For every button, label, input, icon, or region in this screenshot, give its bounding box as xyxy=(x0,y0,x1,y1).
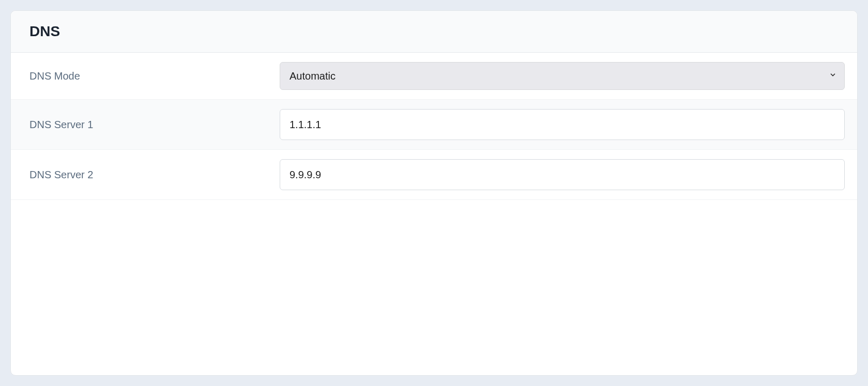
dns-server-1-input[interactable] xyxy=(280,109,845,140)
dns-server-1-row: DNS Server 1 xyxy=(11,100,857,150)
card-title: DNS xyxy=(29,23,839,40)
dns-server-1-control xyxy=(280,109,847,140)
dns-server-1-label: DNS Server 1 xyxy=(21,119,280,131)
dns-mode-select[interactable]: Automatic xyxy=(280,62,845,90)
dns-mode-select-wrap: Automatic xyxy=(280,62,845,90)
dns-mode-control: Automatic xyxy=(280,62,847,90)
dns-server-2-control xyxy=(280,159,847,190)
dns-server-2-input[interactable] xyxy=(280,159,845,190)
dns-card: DNS DNS Mode Automatic DNS Server 1 DNS … xyxy=(10,10,858,376)
dns-mode-row: DNS Mode Automatic xyxy=(11,53,857,100)
dns-server-2-row: DNS Server 2 xyxy=(11,150,857,200)
dns-mode-label: DNS Mode xyxy=(21,70,280,82)
card-header: DNS xyxy=(11,11,857,53)
dns-server-2-label: DNS Server 2 xyxy=(21,169,280,181)
